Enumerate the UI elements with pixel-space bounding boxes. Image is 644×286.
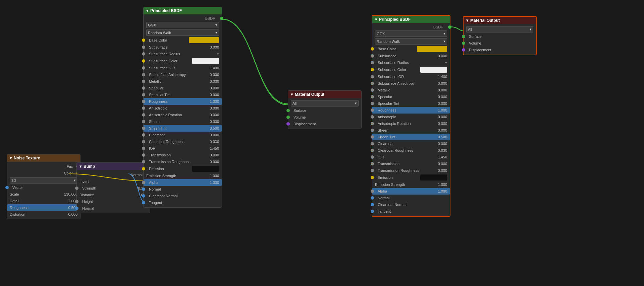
pb2-sheen-tint-socket[interactable] — [371, 135, 374, 139]
ggx-dropdown[interactable]: GGX ▾ — [146, 22, 219, 28]
ggx-dropdown-2[interactable]: GGX ▾ — [375, 30, 447, 37]
pb1-tangent-socket[interactable] — [142, 201, 145, 204]
pb2-clearcoat-socket[interactable] — [371, 142, 374, 145]
pb2-transmission-socket[interactable] — [371, 162, 374, 165]
anisotropic-rotation-socket[interactable] — [142, 113, 145, 117]
pb2-subsurface-anisotropy-socket[interactable] — [371, 82, 374, 85]
pb1-clearcoat-normal-socket[interactable] — [142, 194, 145, 198]
random-walk-dropdown-2[interactable]: Random Walk ▾ — [375, 38, 447, 45]
mo1-displacement-socket[interactable] — [286, 122, 290, 126]
bsdf-label-2: BSDF — [433, 25, 443, 29]
transmission-row: Transmission 0.000 — [144, 152, 222, 158]
subsurface-color-socket[interactable] — [142, 59, 145, 63]
clearcoat-roughness-socket[interactable] — [142, 140, 145, 143]
mo2-collapse-arrow[interactable]: ▾ — [466, 18, 468, 23]
pb2-emission-socket[interactable] — [371, 176, 374, 179]
pb2-base-color-field[interactable] — [417, 46, 447, 52]
roughness-label: Roughness — [10, 206, 64, 210]
sheen-tint-socket[interactable] — [142, 127, 145, 130]
sheen-socket[interactable] — [142, 120, 145, 123]
pb2-title: Principled BSDF — [379, 17, 411, 22]
mo1-volume-socket[interactable] — [286, 116, 290, 119]
pb2-subsurface-ior-socket[interactable] — [371, 75, 374, 78]
mo1-collapse-arrow[interactable]: ▾ — [291, 92, 293, 97]
base-color-field[interactable] — [189, 37, 219, 43]
base-color-socket[interactable] — [142, 39, 145, 42]
bsdf-label: BSDF — [205, 16, 215, 20]
pb2-ior-value: 1.450 — [434, 155, 447, 159]
pb2-anisotropic-rotation-socket[interactable] — [371, 122, 374, 125]
mo2-surface-socket[interactable] — [462, 35, 465, 38]
pb2-emission-field[interactable] — [420, 174, 447, 181]
collapse-arrow[interactable]: ▾ — [10, 156, 12, 160]
pb2-roughness-socket[interactable] — [371, 109, 374, 112]
clearcoat-socket[interactable] — [142, 133, 145, 137]
pb2-subsurface-socket[interactable] — [371, 54, 374, 58]
noise-texture-node: ▾ Noise Texture Fac Color 3D ▾ Vector Sc… — [7, 154, 80, 219]
mo2-volume-socket[interactable] — [462, 42, 465, 45]
pb2-subsurface-color-field[interactable] — [420, 67, 447, 73]
subsurface-color-field[interactable] — [192, 58, 219, 64]
random-walk-dropdown[interactable]: Random Walk ▾ — [146, 29, 219, 36]
pb2-clearcoat-roughness-value: 0.030 — [434, 148, 447, 152]
specular-tint-socket[interactable] — [142, 93, 145, 96]
subsurface-anisotropy-socket[interactable] — [142, 73, 145, 76]
bump-normal-socket-left[interactable] — [75, 207, 78, 210]
vector-socket-left[interactable] — [5, 186, 9, 189]
pb2-metallic-socket[interactable] — [371, 88, 374, 92]
pb2-specular-label: Specular — [375, 95, 434, 99]
pb2-anisotropic-socket[interactable] — [371, 115, 374, 119]
pb2-clearcoat-normal-socket[interactable] — [371, 203, 374, 206]
emission-socket[interactable] — [142, 167, 145, 170]
pb2-normal-socket[interactable] — [371, 196, 374, 200]
subsurface-socket[interactable] — [142, 46, 145, 49]
all-arrow-2: ▾ — [530, 27, 532, 31]
transmission-roughness-socket[interactable] — [142, 160, 145, 163]
3d-dropdown[interactable]: 3D ▾ — [10, 177, 77, 184]
ior-socket[interactable] — [142, 147, 145, 150]
mo1-volume-label: Volume — [291, 115, 359, 119]
pb1-roughness-socket[interactable] — [142, 100, 145, 103]
emission-field[interactable] — [192, 166, 219, 172]
pb2-metallic-label: Metallic — [375, 88, 434, 92]
pb2-clearcoat-roughness-socket[interactable] — [371, 149, 374, 152]
subsurface-radius-socket[interactable] — [142, 52, 145, 56]
pb2-collapse-arrow[interactable]: ▾ — [375, 17, 377, 22]
pb2-base-color-socket[interactable] — [371, 47, 374, 51]
mo2-displacement-socket[interactable] — [462, 48, 465, 52]
subsurface-anisotropy-label: Subsurface Anisotropy — [146, 73, 206, 77]
pb2-sheen-label: Sheen — [375, 128, 434, 132]
pb2-specular-socket[interactable] — [371, 95, 374, 98]
strength-socket-left[interactable] — [75, 187, 78, 190]
bsdf-socket-right-2[interactable] — [448, 25, 451, 29]
pb2-subsurface-radius-arrow: ▾ — [445, 61, 447, 65]
all-dropdown-1[interactable]: All ▾ — [291, 100, 359, 106]
specular-socket[interactable] — [142, 86, 145, 90]
pb1-collapse-arrow[interactable]: ▾ — [146, 8, 148, 13]
pb2-specular-tint-socket[interactable] — [371, 102, 374, 105]
bump-collapse-arrow[interactable]: ▾ — [79, 164, 82, 169]
pb2-subsurface-color-socket[interactable] — [371, 68, 374, 71]
anisotropic-socket[interactable] — [142, 106, 145, 110]
specular-tint-row: Specular Tint 0.000 — [144, 91, 222, 98]
transmission-socket[interactable] — [142, 153, 145, 157]
bsdf-socket-right[interactable] — [220, 17, 223, 20]
mo1-surface-socket[interactable] — [286, 109, 290, 112]
pb2-tangent-socket[interactable] — [371, 210, 374, 213]
alpha-socket[interactable] — [142, 181, 145, 184]
pb2-sheen-socket[interactable] — [371, 129, 374, 132]
all-dropdown-2[interactable]: All ▾ — [466, 26, 533, 32]
pb2-ior-socket[interactable] — [371, 155, 374, 159]
pb2-alpha-socket[interactable] — [371, 190, 374, 193]
subsurface-ior-socket[interactable] — [142, 66, 145, 70]
height-socket-left[interactable] — [75, 200, 78, 203]
pb2-subsurface-radius-socket[interactable] — [371, 61, 374, 64]
metallic-socket[interactable] — [142, 80, 145, 83]
mo2-volume-row: Volume — [464, 40, 536, 47]
pb2-metallic-value: 0.000 — [434, 88, 447, 92]
pb1-normal-socket[interactable] — [142, 188, 145, 191]
pb2-emission-strength-label: Emission Strength — [375, 183, 434, 187]
emission-strength-label: Emission Strength — [146, 174, 206, 178]
pb2-transmission-roughness-socket[interactable] — [371, 169, 374, 172]
pb2-anisotropic-label: Anisotropic — [375, 115, 434, 119]
